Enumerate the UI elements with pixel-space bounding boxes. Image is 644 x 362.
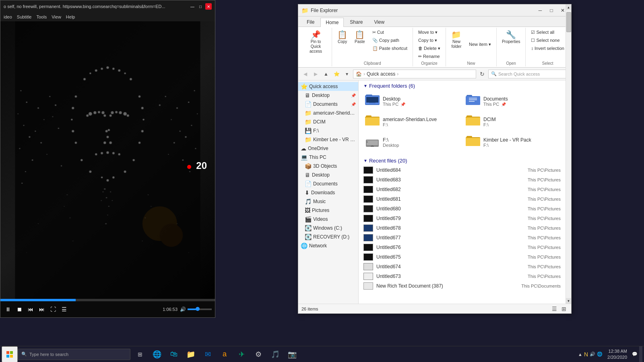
taskbar-ie-icon[interactable]: 🌐 xyxy=(149,346,165,362)
tab-view[interactable]: View xyxy=(369,17,390,27)
recent-files-header[interactable]: ▼ Recent files (20) xyxy=(359,155,566,165)
up-button[interactable]: ▲ xyxy=(322,70,330,78)
taskbar-folder-icon[interactable]: 📁 xyxy=(183,346,199,362)
taskbar-mail-icon[interactable]: ✉ xyxy=(200,346,216,362)
volume-slider[interactable] xyxy=(188,309,212,310)
menu-video[interactable]: ideo xyxy=(4,14,12,19)
media-maximize-button[interactable]: □ xyxy=(197,3,204,10)
folder-item-f-desktop[interactable]: F:\ Desktop xyxy=(362,132,462,152)
next-button[interactable]: ⏭ xyxy=(37,305,46,313)
scroll-down-button[interactable]: ▼ xyxy=(566,298,571,304)
file-item-674[interactable]: Untitled674 This PC\Pictures xyxy=(362,262,562,272)
folder-item-documents[interactable]: Documents This PC 📌 xyxy=(462,91,562,111)
file-item-678[interactable]: Untitled678 This PC\Pictures xyxy=(362,223,562,233)
properties-button[interactable]: 🔧 Properties xyxy=(499,29,523,46)
sidebar-item-kimberlee[interactable]: 📁 Kimber Lee - VR Pac xyxy=(298,135,358,144)
forward-button[interactable]: ▶ xyxy=(311,70,320,78)
tab-home[interactable]: Home xyxy=(320,18,344,27)
vertical-scrollbar[interactable]: ▲ ▼ xyxy=(566,80,571,304)
sidebar-item-recovery-d[interactable]: 💽 RECOVERY (D:) xyxy=(298,232,358,241)
menu-view[interactable]: View xyxy=(52,14,61,19)
tab-share[interactable]: Share xyxy=(345,17,368,27)
sidebar-item-downloads[interactable]: ⬇ Downloads xyxy=(298,188,358,197)
file-item-679[interactable]: Untitled679 This PC\Pictures xyxy=(362,214,562,223)
file-item-675[interactable]: Untitled675 This PC\Pictures xyxy=(362,252,562,262)
sidebar-item-quick-access[interactable]: ⭐ Quick access xyxy=(298,82,358,91)
search-box[interactable]: 🔍 Search Quick access xyxy=(488,70,569,78)
file-item-676[interactable]: Untitled676 This PC\Pictures xyxy=(362,243,562,252)
invert-selection-button[interactable]: ↕ Invert selection xyxy=(528,45,567,52)
file-item-680[interactable]: Untitled680 This PC\Pictures xyxy=(362,204,562,214)
start-button[interactable] xyxy=(2,346,18,362)
paste-shortcut-button[interactable]: 📋 Paste shortcut xyxy=(369,45,410,52)
folder-item-americavr[interactable]: americavr-Sheridan.Love F:\ xyxy=(362,112,462,132)
taskbar-app8-icon[interactable]: 🎵 xyxy=(267,346,283,362)
refresh-button[interactable]: ↻ xyxy=(478,70,487,78)
media-close-button[interactable]: ✕ xyxy=(205,3,212,10)
media-minimize-button[interactable]: — xyxy=(189,3,196,10)
rename-button[interactable]: ✏ Rename xyxy=(415,53,443,60)
select-all-button[interactable]: ☑ Select all xyxy=(528,29,567,36)
file-item-673[interactable]: Untitled673 This PC\Pictures xyxy=(362,272,562,281)
pin-quick-access-button[interactable]: 📌 Pin to Quickaccess xyxy=(302,29,329,56)
folder-item-kimberlee[interactable]: Kimber Lee - VR Pack F:\ xyxy=(462,132,562,152)
menu-subtitle[interactable]: Subtitle xyxy=(17,14,32,19)
show-desktop-button[interactable] xyxy=(639,346,642,362)
file-item-681[interactable]: Untitled681 This PC\Pictures xyxy=(362,194,562,204)
scroll-track[interactable] xyxy=(566,80,571,298)
explorer-maximize-button[interactable]: □ xyxy=(546,5,557,16)
recent-locations-button[interactable]: ⭐ xyxy=(332,70,341,78)
address-history-button[interactable]: ▾ xyxy=(343,70,351,78)
action-center-icon[interactable]: 💬 xyxy=(632,352,638,357)
delete-button[interactable]: 🗑 Delete ▾ xyxy=(415,45,443,52)
copy-to-button[interactable]: Copy to ▾ xyxy=(415,37,440,44)
stop-button[interactable]: ⏹ xyxy=(15,305,24,313)
folder-item-desktop[interactable]: Desktop This PC 📌 xyxy=(362,91,462,111)
new-folder-button[interactable]: 📁 Newfolder xyxy=(448,29,464,51)
sidebar-item-videos[interactable]: 🎬 Videos xyxy=(298,215,358,224)
file-item-684[interactable]: Untitled684 This PC\Pictures xyxy=(362,165,562,175)
file-item-683[interactable]: Untitled683 This PC\Pictures xyxy=(362,175,562,185)
file-item-677[interactable]: Untitled677 This PC\Pictures xyxy=(362,233,562,243)
play-pause-button[interactable]: ⏸ xyxy=(4,305,12,313)
tab-file[interactable]: File xyxy=(301,17,320,27)
sidebar-item-desktop[interactable]: 🖥 Desktop 📌 xyxy=(298,91,358,100)
taskbar-clock[interactable]: 12:38 AM 2/20/2020 xyxy=(604,348,630,360)
move-to-button[interactable]: Move to ▾ xyxy=(415,29,440,36)
sidebar-item-music[interactable]: 🎵 Music xyxy=(298,197,358,206)
copy-path-button[interactable]: 📎 Copy path xyxy=(369,37,410,44)
sidebar-item-desktop2[interactable]: 🖥 Desktop xyxy=(298,171,358,179)
file-item-682[interactable]: Untitled682 This PC\Pictures xyxy=(362,185,562,194)
sidebar-item-onedrive[interactable]: ☁ OneDrive xyxy=(298,144,358,153)
volume-tray-icon[interactable]: 🔊 xyxy=(590,352,595,357)
explorer-minimize-button[interactable]: ─ xyxy=(535,5,545,16)
fullscreen-button[interactable]: ⛶ xyxy=(49,305,58,313)
menu-tools[interactable]: Tools xyxy=(37,14,47,19)
menu-help[interactable]: Help xyxy=(66,14,75,19)
taskbar-search-box[interactable]: 🔍 Type here to search xyxy=(18,349,130,360)
address-path[interactable]: 🏠 › Quick access › xyxy=(353,70,476,78)
show-hidden-icons-button[interactable]: ▲ xyxy=(578,352,582,357)
sidebar-item-network[interactable]: 🌐 Network xyxy=(298,241,358,250)
sidebar-item-documents[interactable]: 📄 Documents 📌 xyxy=(298,100,358,109)
frequent-folders-header[interactable]: ▼ Frequent folders (6) xyxy=(359,80,566,90)
select-none-button[interactable]: ☐ Select none xyxy=(528,37,567,44)
paste-button[interactable]: 📋 Paste xyxy=(352,29,368,46)
media-progress-bar[interactable] xyxy=(0,299,215,301)
cut-button[interactable]: ✂ Cut xyxy=(369,29,410,36)
folder-item-dcim[interactable]: DCIM F:\ xyxy=(462,112,562,132)
sidebar-item-americavr[interactable]: 📁 americavr-Sheridan. xyxy=(298,109,358,117)
file-item-rtf[interactable]: New Rich Text Document (387) This PC\Doc… xyxy=(362,281,562,291)
sidebar-item-pictures[interactable]: 🖼 Pictures xyxy=(298,206,358,215)
taskbar-tripadvisor-icon[interactable]: ✈ xyxy=(233,346,250,362)
new-item-button[interactable]: New item ▾ xyxy=(466,41,494,48)
sidebar-item-documents2[interactable]: 📄 Documents xyxy=(298,179,358,188)
details-view-button[interactable]: ☰ xyxy=(550,305,558,313)
taskbar-task-view-button[interactable]: ⊞ xyxy=(132,346,148,362)
taskbar-amazon-icon[interactable]: a xyxy=(217,346,233,362)
sidebar-item-windows-c[interactable]: 💽 Windows (C:) xyxy=(298,224,358,232)
playlist-button[interactable]: ☰ xyxy=(60,305,68,313)
taskbar-camera-icon[interactable]: 📷 xyxy=(284,346,300,362)
copy-button[interactable]: 📋 Copy xyxy=(334,29,350,46)
prev-button[interactable]: ⏮ xyxy=(26,305,35,313)
